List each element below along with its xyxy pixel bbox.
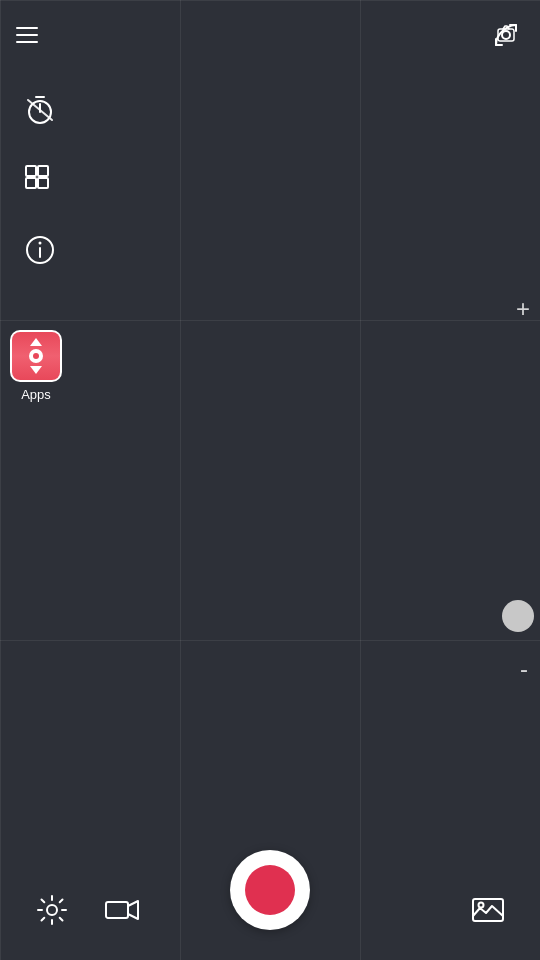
svg-rect-9 — [38, 178, 48, 188]
video-mode-button[interactable] — [100, 888, 144, 932]
grid-overlay — [0, 0, 540, 960]
svg-rect-8 — [26, 178, 36, 188]
apps-item[interactable]: Apps — [10, 330, 62, 402]
info-icon[interactable] — [20, 230, 60, 270]
svg-rect-16 — [106, 902, 128, 918]
apps-icon — [10, 330, 62, 382]
zoom-plus-button[interactable]: + — [516, 295, 530, 323]
menu-button[interactable] — [16, 27, 38, 43]
apps-label: Apps — [21, 387, 51, 402]
svg-rect-7 — [38, 166, 48, 176]
sidebar — [0, 80, 80, 280]
svg-point-0 — [502, 31, 510, 39]
grid-icon[interactable] — [20, 160, 60, 200]
svg-point-12 — [39, 242, 42, 245]
zoom-slider-handle[interactable] — [502, 600, 534, 632]
top-bar — [0, 0, 540, 70]
svg-rect-6 — [26, 166, 36, 176]
bottom-bar — [0, 860, 540, 960]
svg-point-13 — [47, 905, 57, 915]
zoom-minus-button[interactable]: - — [520, 655, 528, 683]
timer-off-icon[interactable] — [20, 90, 60, 130]
gallery-button[interactable] — [466, 888, 510, 932]
svg-point-15 — [479, 903, 484, 908]
camera-flip-button[interactable] — [488, 17, 524, 53]
settings-button[interactable] — [30, 888, 74, 932]
